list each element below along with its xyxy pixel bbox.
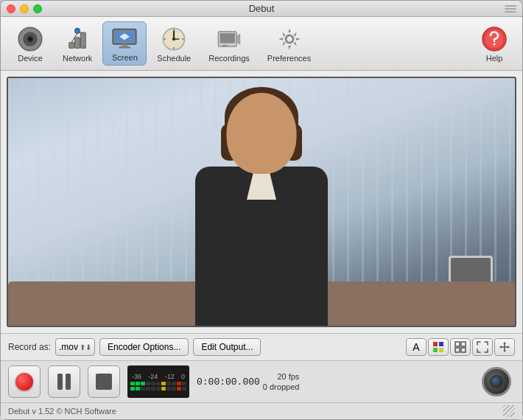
minimize-button[interactable] bbox=[20, 4, 29, 13]
color-button[interactable] bbox=[428, 338, 449, 356]
record-dot-icon bbox=[15, 373, 33, 391]
svg-rect-4 bbox=[69, 43, 74, 49]
encoder-controls: Record as: .mov ⬆⬇ Encoder Options... Ed… bbox=[1, 333, 522, 360]
vu-cell bbox=[172, 387, 176, 391]
vu-label-2: -24 bbox=[148, 373, 158, 380]
vu-labels: -36 -24 -12 0 bbox=[130, 373, 186, 380]
vu-cell bbox=[146, 382, 150, 385]
video-area bbox=[7, 77, 516, 327]
text-overlay-button[interactable]: A bbox=[406, 338, 427, 356]
device-icon bbox=[17, 26, 43, 52]
svg-rect-30 bbox=[439, 342, 443, 346]
webcam-disc bbox=[482, 367, 511, 396]
vu-cell bbox=[136, 387, 140, 391]
vu-cell bbox=[166, 382, 171, 385]
app-window: Debut Device bbox=[0, 0, 523, 420]
vu-label-1: -36 bbox=[132, 373, 141, 380]
svg-rect-13 bbox=[119, 46, 130, 48]
vu-label-3: -12 bbox=[165, 373, 175, 380]
title-bar: Debut bbox=[1, 1, 522, 17]
encoder-options-button[interactable]: Encoder Options... bbox=[99, 338, 189, 356]
move-icon bbox=[499, 341, 510, 353]
vu-cell bbox=[156, 387, 161, 391]
svg-point-7 bbox=[75, 28, 80, 33]
video-background bbox=[8, 78, 515, 326]
status-text: Debut v 1.52 © NCH Software bbox=[8, 407, 116, 416]
preferences-icon bbox=[276, 26, 303, 52]
webcam-lens bbox=[490, 375, 503, 388]
svg-point-3 bbox=[29, 38, 32, 41]
toolbar: Device Network bbox=[1, 17, 522, 71]
pause-button[interactable] bbox=[48, 365, 80, 398]
layout-icon bbox=[454, 341, 466, 353]
vu-cell bbox=[151, 382, 155, 385]
laptop-prop bbox=[449, 256, 493, 285]
maximize-button[interactable] bbox=[33, 4, 42, 13]
vu-cell bbox=[161, 382, 166, 385]
svg-rect-6 bbox=[81, 32, 86, 48]
svg-rect-5 bbox=[75, 38, 80, 49]
svg-rect-32 bbox=[439, 348, 443, 352]
network-icon bbox=[64, 26, 91, 52]
format-select[interactable]: .mov ⬆⬇ bbox=[55, 338, 95, 356]
vu-cell bbox=[182, 382, 186, 385]
network-label: Network bbox=[63, 54, 92, 63]
video-preview bbox=[8, 78, 515, 326]
vu-cell bbox=[161, 387, 166, 391]
pause-icon bbox=[57, 374, 71, 390]
vu-cell bbox=[130, 387, 135, 391]
vu-cell bbox=[177, 387, 181, 391]
laptop-screen bbox=[451, 258, 491, 283]
svg-rect-33 bbox=[455, 342, 460, 346]
vu-cell bbox=[141, 382, 145, 385]
schedule-icon bbox=[161, 26, 187, 52]
fps-value: 20 fps bbox=[277, 372, 299, 381]
stop-icon bbox=[96, 374, 112, 390]
recordings-label: Recordings bbox=[208, 54, 250, 63]
status-bar: Debut v 1.52 © NCH Software bbox=[1, 402, 522, 419]
svg-rect-35 bbox=[455, 348, 460, 352]
toolbar-preferences[interactable]: Preferences bbox=[260, 23, 318, 66]
resize-grip-icon bbox=[503, 405, 515, 417]
record-button[interactable] bbox=[8, 365, 41, 398]
svg-point-25 bbox=[285, 35, 292, 43]
screen-icon bbox=[111, 25, 138, 52]
svg-rect-36 bbox=[461, 348, 466, 352]
help-icon bbox=[481, 26, 508, 52]
svg-rect-12 bbox=[122, 44, 128, 46]
preferences-label: Preferences bbox=[267, 54, 311, 63]
toolbar-schedule[interactable]: Schedule bbox=[150, 23, 198, 66]
time-row: 0:00:00.000 20 fps 0 dropped bbox=[197, 372, 471, 391]
record-as-label: Record as: bbox=[8, 342, 51, 352]
svg-rect-23 bbox=[220, 33, 235, 43]
time-display: 0:00:00.000 20 fps 0 dropped bbox=[197, 372, 471, 391]
toolbar-network[interactable]: Network bbox=[55, 23, 99, 66]
fullscreen-icon bbox=[477, 341, 488, 353]
color-icon bbox=[432, 341, 444, 353]
svg-rect-31 bbox=[433, 348, 438, 352]
stop-button[interactable] bbox=[88, 365, 120, 398]
close-button[interactable] bbox=[7, 4, 15, 13]
edit-output-button[interactable]: Edit Output... bbox=[193, 338, 261, 356]
layout-button[interactable] bbox=[450, 338, 471, 356]
vu-meter: -36 -24 -12 0 bbox=[127, 365, 189, 398]
vu-cell bbox=[146, 387, 150, 391]
vu-cell bbox=[141, 387, 145, 391]
fullscreen-button[interactable] bbox=[472, 338, 493, 356]
toolbar-help[interactable]: Help bbox=[474, 23, 515, 66]
svg-point-28 bbox=[494, 43, 496, 46]
help-label: Help bbox=[486, 54, 503, 63]
format-value: .mov bbox=[59, 342, 78, 352]
vu-cell bbox=[172, 382, 176, 385]
toolbar-device[interactable]: Device bbox=[8, 23, 52, 66]
person-head bbox=[227, 93, 297, 174]
move-button[interactable] bbox=[494, 338, 515, 356]
vu-cell bbox=[151, 387, 155, 391]
toolbar-recordings[interactable]: Recordings bbox=[201, 23, 257, 66]
vu-cell bbox=[177, 382, 181, 385]
toolbar-screen[interactable]: Screen bbox=[102, 21, 147, 66]
format-arrow-icon: ⬆⬇ bbox=[80, 343, 91, 351]
webcam-icon bbox=[478, 365, 515, 398]
schedule-label: Schedule bbox=[157, 54, 191, 63]
traffic-lights bbox=[7, 4, 42, 13]
